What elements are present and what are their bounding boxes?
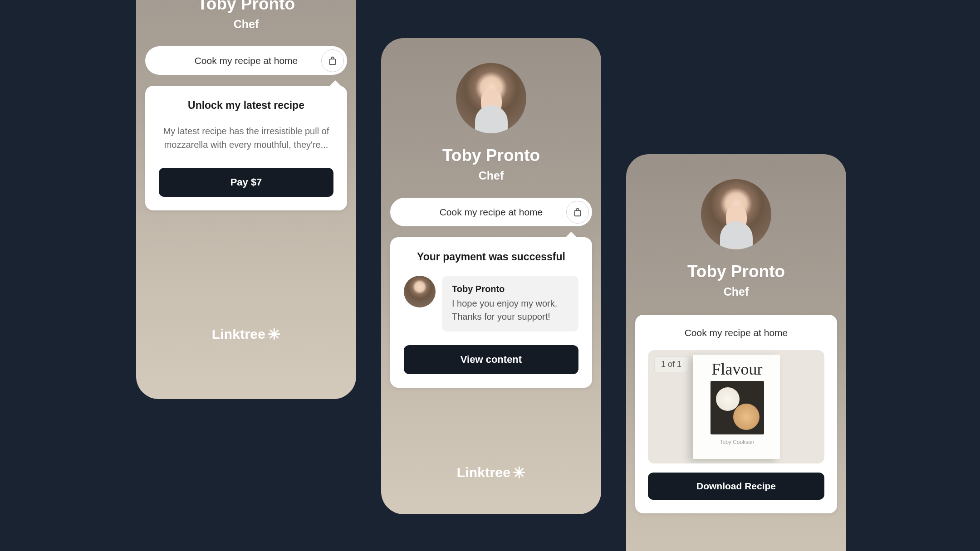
link-cook-recipe[interactable]: Cook my recipe at home xyxy=(145,46,347,75)
unlock-popover: Unlock my latest recipe My latest recipe… xyxy=(145,86,347,210)
linktree-logo: Linktree✳ xyxy=(457,465,526,480)
message-body: I hope you enjoy my work. Thanks for you… xyxy=(452,297,568,323)
link-label: Cook my recipe at home xyxy=(440,207,543,218)
download-recipe-button[interactable]: Download Recipe xyxy=(648,473,824,500)
download-card: Cook my recipe at home 1 of 1 Flavour To… xyxy=(635,315,837,513)
card-title: Cook my recipe at home xyxy=(648,327,824,338)
shopping-bag-icon xyxy=(328,56,338,66)
book-author: Toby Cookson xyxy=(720,439,754,445)
thank-you-message: Toby Pronto I hope you enjoy my work. Th… xyxy=(404,276,578,332)
success-popover: Your payment was successful Toby Pronto … xyxy=(390,237,592,388)
popover-description: My latest recipe has the irresistible pu… xyxy=(159,124,333,151)
phone-screen-download: Toby Pronto Chef Cook my recipe at home … xyxy=(626,154,846,551)
asterisk-icon: ✳ xyxy=(513,468,525,478)
profile-name: Toby Pronto xyxy=(442,146,540,165)
profile-name: Toby Pronto xyxy=(197,0,295,14)
profile-role: Chef xyxy=(724,285,749,298)
pay-button[interactable]: Pay $7 xyxy=(159,168,333,197)
content-preview[interactable]: 1 of 1 Flavour Toby Cookson xyxy=(648,350,824,463)
view-content-button[interactable]: View content xyxy=(404,345,578,374)
popover-title: Your payment was successful xyxy=(404,251,578,263)
sender-avatar xyxy=(404,276,436,307)
svg-rect-0 xyxy=(330,59,336,64)
lock-icon xyxy=(321,49,344,72)
book-title: Flavour xyxy=(712,361,763,377)
link-cook-recipe[interactable]: Cook my recipe at home xyxy=(390,198,592,226)
avatar xyxy=(701,179,771,249)
link-label: Cook my recipe at home xyxy=(195,55,298,66)
page-badge: 1 of 1 xyxy=(654,356,688,372)
shopping-bag-icon xyxy=(573,207,583,217)
book-cover-image xyxy=(710,381,764,434)
profile-name: Toby Pronto xyxy=(687,262,785,281)
book-cover: Flavour Toby Cookson xyxy=(693,355,780,459)
asterisk-icon: ✳ xyxy=(268,329,280,340)
message-sender: Toby Pronto xyxy=(452,284,568,294)
svg-rect-1 xyxy=(575,210,581,216)
lock-icon xyxy=(566,201,589,224)
linktree-logo: Linktree✳ xyxy=(212,327,281,342)
phone-screen-unlock: Toby Pronto Chef Cook my recipe at home … xyxy=(136,0,356,399)
avatar xyxy=(456,63,526,133)
phone-screen-success: Toby Pronto Chef Cook my recipe at home … xyxy=(381,38,601,514)
profile-role: Chef xyxy=(479,169,504,182)
popover-title: Unlock my latest recipe xyxy=(159,99,333,112)
profile-role: Chef xyxy=(234,18,259,31)
message-bubble: Toby Pronto I hope you enjoy my work. Th… xyxy=(442,276,578,332)
